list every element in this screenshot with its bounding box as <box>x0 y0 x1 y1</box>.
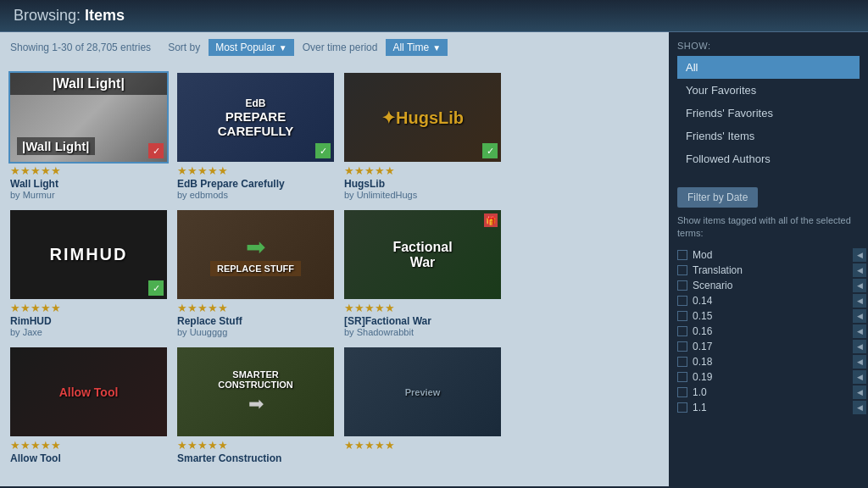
entries-info: Showing 1-30 of 28,705 entries <box>10 42 151 53</box>
item-thumb-hugslib: ✦HugsLib ✓ <box>344 73 501 162</box>
edb-name: EdB Prepare Carefully <box>177 178 334 190</box>
sort-dropdown-arrow: ▼ <box>279 43 287 53</box>
tag-scroll-btn-10[interactable]: ◀ <box>853 401 866 414</box>
hugslib-author: by UnlimitedHugs <box>344 190 501 200</box>
item-card-hugslib[interactable]: ✦HugsLib ✓ ★★★★★ HugsLib by UnlimitedHug… <box>344 73 501 200</box>
sidebar-item-followed-authors[interactable]: Followed Authors <box>677 147 860 170</box>
smarter-name: Smarter Construction <box>177 452 334 464</box>
sort-dropdown[interactable]: Most Popular ▼ <box>209 39 294 56</box>
hugslib-stars: ★★★★★ <box>344 164 501 177</box>
smarter-stars: ★★★★★ <box>177 439 334 452</box>
tag-item-0_15: 0.15◀ <box>677 308 860 324</box>
tag-item-1_0: 1.0◀ <box>677 385 860 400</box>
tag-label-1_1: 1.1 <box>693 402 707 413</box>
main-container: Showing 1-30 of 28,705 entries Sort by M… <box>0 32 868 486</box>
factional-author: by Shadowrabbit <box>344 327 501 337</box>
followed-authors-label: Followed Authors <box>686 152 771 165</box>
factional-name: [SR]Factional War <box>344 315 501 327</box>
tag-checkbox-Translation[interactable] <box>677 265 687 275</box>
replace-stars: ★★★★★ <box>177 302 334 314</box>
tag-label-1_0: 1.0 <box>693 386 707 398</box>
sidebar-item-friends-items[interactable]: Friends' Items <box>677 125 860 147</box>
tag-checkbox-0_16[interactable] <box>677 326 687 336</box>
unknown-stars: ★★★★★ <box>344 439 501 452</box>
item-card-edb[interactable]: EdBPREPARECAREFULLY ✓ ★★★★★ EdB Prepare … <box>177 73 334 200</box>
sidebar-item-favorites[interactable]: Your Favorites <box>677 79 860 102</box>
item-thumb-allow: Allow Tool <box>10 347 167 436</box>
factional-stars: ★★★★★ <box>344 302 501 314</box>
tag-checkbox-0_18[interactable] <box>677 357 687 367</box>
unknown-text: Preview <box>405 387 441 397</box>
hugslib-text: ✦HugsLib <box>381 108 464 128</box>
tag-scroll-btn-6[interactable]: ◀ <box>853 340 866 353</box>
wall-light-author: by Murmur <box>10 190 167 200</box>
sort-label: Sort by <box>168 42 200 53</box>
tag-checkbox-0_19[interactable] <box>677 372 687 382</box>
time-dropdown-arrow: ▼ <box>432 43 441 53</box>
tag-scroll-btn-7[interactable]: ◀ <box>853 355 866 369</box>
tag-checkbox-0_17[interactable] <box>677 341 687 352</box>
factional-text: FactionalWar <box>392 240 452 270</box>
sidebar-item-friends-favorites[interactable]: Friends' Favorites <box>677 102 860 125</box>
hugslib-name: HugsLib <box>344 178 501 190</box>
item-card-rimhud[interactable]: RIMHUD ✓ ★★★★★ RimHUD by Jaxe <box>10 210 167 337</box>
tag-label-Translation: Translation <box>693 264 743 276</box>
tag-item-Mod: Mod◀ <box>677 247 860 263</box>
tag-label-0_19: 0.19 <box>693 371 712 383</box>
item-card-replace[interactable]: ➡ REPLACE STUFF ★★★★★ Replace Stuff by U… <box>177 210 334 337</box>
tag-scroll-btn-1[interactable]: ◀ <box>853 263 866 277</box>
tag-label-Scenario: Scenario <box>693 280 732 291</box>
item-thumb-replace: ➡ REPLACE STUFF <box>177 210 334 299</box>
tag-label-0_16: 0.16 <box>693 325 712 337</box>
sort-value: Most Popular <box>215 42 275 53</box>
top-bar: Showing 1-30 of 28,705 entries Sort by M… <box>0 32 669 63</box>
tag-item-0_16: 0.16◀ <box>677 324 860 339</box>
wall-light-stars: ★★★★★ <box>10 164 167 177</box>
check-badge-hugslib: ✓ <box>482 143 498 158</box>
filter-date-button[interactable]: Filter by Date <box>677 187 758 208</box>
show-items-text: Show items tagged with all of the select… <box>677 214 860 241</box>
tag-checkbox-Scenario[interactable] <box>677 280 687 291</box>
tag-checkbox-1_1[interactable] <box>677 402 687 413</box>
tag-item-1_1: 1.1◀ <box>677 400 860 415</box>
check-badge-rimhud: ✓ <box>148 280 164 296</box>
rimhud-author: by Jaxe <box>10 327 167 337</box>
item-card-factional[interactable]: FactionalWar 🎁 ★★★★★ [SR]Factional War b… <box>344 210 501 337</box>
edb-stars: ★★★★★ <box>177 164 334 177</box>
rimhud-stars: ★★★★★ <box>10 302 167 314</box>
item-card-smarter[interactable]: SMARTERCONSTRUCTION ➡ ★★★★★ Smarter Cons… <box>177 347 334 464</box>
tag-scroll-btn-9[interactable]: ◀ <box>853 385 866 399</box>
item-thumb-unknown: Preview <box>344 347 501 436</box>
allow-text: Allow Tool <box>59 385 119 399</box>
tags-list: Mod◀Translation◀Scenario◀0.14◀0.15◀0.16◀… <box>677 247 860 415</box>
sidebar-item-all[interactable]: All <box>677 56 860 79</box>
item-thumb-edb: EdBPREPARECAREFULLY ✓ <box>177 73 334 162</box>
item-thumb-wall-light: |Wall Light| ✓ <box>10 73 167 162</box>
tag-scroll-btn-8[interactable]: ◀ <box>853 370 866 384</box>
tag-scroll-btn-2[interactable]: ◀ <box>853 279 866 292</box>
time-dropdown[interactable]: All Time ▼ <box>386 39 448 56</box>
tag-scroll-btn-5[interactable]: ◀ <box>853 324 866 338</box>
allow-stars: ★★★★★ <box>10 439 167 452</box>
item-thumb-smarter: SMARTERCONSTRUCTION ➡ <box>177 347 334 436</box>
check-badge-wall-light: ✓ <box>148 143 164 158</box>
tag-label-0_17: 0.17 <box>693 341 712 352</box>
tag-checkbox-0_14[interactable] <box>677 296 687 306</box>
tag-item-0_17: 0.17◀ <box>677 339 860 354</box>
tag-scroll-btn-3[interactable]: ◀ <box>853 294 866 308</box>
tag-checkbox-Mod[interactable] <box>677 250 687 260</box>
tag-checkbox-0_15[interactable] <box>677 311 687 321</box>
allow-name: Allow Tool <box>10 452 167 464</box>
item-card-wall-light[interactable]: |Wall Light| ✓ ★★★★★ Wall Light by Murmu… <box>10 73 167 200</box>
tag-scroll-btn-0[interactable]: ◀ <box>853 248 866 262</box>
tag-label-0_18: 0.18 <box>693 356 712 368</box>
time-value: All Time <box>392 42 429 53</box>
item-card-unknown[interactable]: Preview ★★★★★ <box>344 347 501 464</box>
tag-scroll-btn-4[interactable]: ◀ <box>853 309 866 323</box>
smarter-text: SMARTERCONSTRUCTION <box>218 369 293 390</box>
tag-label-0_14: 0.14 <box>693 295 712 307</box>
tag-item-Translation: Translation◀ <box>677 263 860 278</box>
rimhud-text: RIMHUD <box>50 245 128 264</box>
item-card-allow[interactable]: Allow Tool ★★★★★ Allow Tool <box>10 347 167 464</box>
tag-checkbox-1_0[interactable] <box>677 387 687 397</box>
